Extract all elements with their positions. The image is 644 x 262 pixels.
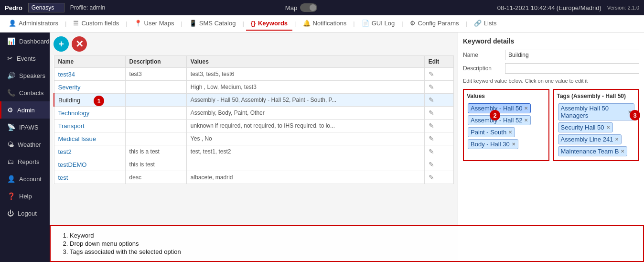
sidebar-item-events[interactable]: ✂ Events xyxy=(0,50,50,67)
tags-chip-maintenance-team-b[interactable]: Maintenance Team B ✕ xyxy=(558,146,628,156)
sidebar-item-account[interactable]: 👤 Account xyxy=(0,170,50,187)
user-maps-icon: 📍 xyxy=(134,20,142,27)
topbar-profile: Profile: admin xyxy=(70,4,105,11)
table-row[interactable]: Medical Issue Yes , No ✎ xyxy=(54,132,454,145)
topbar: Pedro Genasys Profile: admin Map 08-11-2… xyxy=(0,0,644,15)
edit-icon[interactable]: ✎ xyxy=(429,174,434,181)
ipaws-icon: 📡 xyxy=(7,123,15,131)
row-name: Technology xyxy=(58,109,90,117)
tab-keywords[interactable]: {} Keywords xyxy=(246,17,292,31)
edit-icon[interactable]: ✎ xyxy=(429,122,434,130)
tab-sms-catalog[interactable]: 📱 SMS Catalog xyxy=(184,17,241,31)
map-toggle-container: Map xyxy=(285,3,317,12)
tab-config-params[interactable]: ⚙ Config Params xyxy=(405,17,464,31)
edit-icon[interactable]: ✎ xyxy=(429,70,434,78)
values-chip-body-hall-30[interactable]: Body - Hall 30 ✕ xyxy=(468,139,518,149)
table-row[interactable]: test2 this is a test test, test1, test2 … xyxy=(54,145,454,158)
row-values: test, test1, test2 xyxy=(186,145,424,158)
sidebar-item-account-label: Account xyxy=(19,175,42,183)
tab-lists[interactable]: 🔗 Lists xyxy=(469,17,502,31)
edit-icon[interactable]: ✎ xyxy=(429,148,434,155)
chip-x-sh50[interactable]: ✕ xyxy=(606,125,610,130)
edit-hint: Edit keyword value below. Click on one v… xyxy=(463,76,639,85)
config-params-icon: ⚙ xyxy=(410,20,416,27)
chip-x-al241[interactable]: ✕ xyxy=(615,137,619,142)
tags-chip-assembly-hall-50-managers[interactable]: Assembly Hall 50 Managers ✕ xyxy=(558,103,635,120)
sidebar-item-weather[interactable]: 🌤 Weather xyxy=(0,136,50,153)
chip-x-assembly-hall-50[interactable]: ✕ xyxy=(524,106,528,111)
sidebar-item-weather-label: Weather xyxy=(18,141,41,148)
tab-config-params-label: Config Params xyxy=(418,20,459,27)
tab-user-maps-label: User Maps xyxy=(144,20,174,27)
dashboard-icon: 📊 xyxy=(7,37,15,45)
sidebar-item-contacts[interactable]: 📞 Contacts xyxy=(0,84,50,101)
sidebar-item-speakers[interactable]: 🔊 Speakers xyxy=(0,67,50,84)
table-row[interactable]: Severity High , Low, Medium, test3 ✎ xyxy=(54,81,454,94)
reports-icon: 🗂 xyxy=(7,158,14,165)
cancel-button[interactable]: ✕ xyxy=(72,36,87,52)
table-row[interactable]: testDEMO this is test ✎ xyxy=(54,158,454,171)
tab-administrators[interactable]: 👤 Administrators xyxy=(4,17,63,31)
chip-x-body-hall-30[interactable]: ✕ xyxy=(512,142,515,147)
custom-fields-icon: ☰ xyxy=(73,20,79,27)
instruction-item-2: Drop down menu options xyxy=(70,240,633,247)
app-select-input[interactable]: Genasys xyxy=(28,3,64,12)
tags-chip-security-hall-50[interactable]: Security Hall 50 ✕ xyxy=(558,122,613,132)
col-name: Name xyxy=(54,56,125,68)
tab-custom-fields-label: Custom fields xyxy=(81,20,119,27)
values-chip-assembly-hall-50[interactable]: Assembly - Hall 50 ✕ xyxy=(468,103,531,113)
edit-icon[interactable]: ✎ xyxy=(429,109,434,117)
col-edit: Edit xyxy=(424,56,453,68)
tab-custom-fields[interactable]: ☰ Custom fields xyxy=(68,17,124,31)
description-label: Description xyxy=(463,65,501,72)
sidebar-item-dashboard-label: Dashboard xyxy=(19,38,50,45)
sidebar-item-dashboard[interactable]: 📊 Dashboard xyxy=(0,33,50,50)
table-row[interactable]: Transport unknown if required, not requi… xyxy=(54,120,454,132)
row-desc: desc xyxy=(125,171,186,184)
tab-notifications[interactable]: 🔔 Notifications xyxy=(298,17,352,31)
table-row[interactable]: test34 test3 test3, test5, test6 ✎ xyxy=(54,68,454,81)
tags-chip-assembly-line-241[interactable]: Assembly Line 241 ✕ xyxy=(558,134,622,144)
add-button[interactable]: + xyxy=(54,36,69,52)
row-desc: test3 xyxy=(125,68,186,81)
row-desc xyxy=(125,132,186,145)
chip-x-ah50m[interactable]: ✕ xyxy=(628,109,632,115)
row-name: test2 xyxy=(58,148,72,155)
sidebar: 📊 Dashboard ✂ Events 🔊 Speakers 📞 Contac… xyxy=(0,33,50,262)
row-values xyxy=(186,158,424,171)
keywords-table: Name Description Values Edit test34 test… xyxy=(54,55,454,184)
edit-icon[interactable]: ✎ xyxy=(429,83,434,91)
sidebar-item-ipaws[interactable]: 📡 IPAWS xyxy=(0,119,50,136)
topbar-version: Version: 2.1.0 xyxy=(607,5,639,11)
sidebar-item-help[interactable]: ❓ Help xyxy=(0,187,50,205)
tab-gui-log[interactable]: 📄 GUI Log xyxy=(357,17,399,31)
edit-icon[interactable]: ✎ xyxy=(429,135,434,142)
values-chip-paint-south[interactable]: Paint - South ✕ xyxy=(468,127,515,137)
map-toggle[interactable] xyxy=(300,3,317,12)
sidebar-item-reports[interactable]: 🗂 Reports xyxy=(0,153,50,170)
description-input[interactable] xyxy=(505,63,639,74)
nav-divider-7: | xyxy=(401,20,403,27)
chip-x-paint-south[interactable]: ✕ xyxy=(508,130,512,135)
row-desc xyxy=(125,81,186,94)
table-row[interactable]: test desc albacete, madrid ✎ xyxy=(54,171,454,184)
chip-x-assembly-hall-52[interactable]: ✕ xyxy=(524,118,528,123)
row-desc xyxy=(125,107,186,120)
name-input[interactable] xyxy=(505,50,639,60)
sidebar-item-speakers-label: Speakers xyxy=(19,72,45,79)
sidebar-item-admin[interactable]: ⚙ Admin xyxy=(0,101,50,119)
edit-icon[interactable]: ✎ xyxy=(429,96,434,104)
row-desc: this is a test xyxy=(125,145,186,158)
edit-icon[interactable]: ✎ xyxy=(429,161,434,168)
tab-notifications-label: Notifications xyxy=(313,20,347,27)
table-row-building[interactable]: Building Assembly - Hall 50, Assembly - … xyxy=(54,94,454,107)
sidebar-item-contacts-label: Contacts xyxy=(19,89,43,97)
chip-x-mtb[interactable]: ✕ xyxy=(621,149,624,154)
tab-user-maps[interactable]: 📍 User Maps xyxy=(129,17,179,31)
sidebar-item-logout-label: Logout xyxy=(18,210,37,217)
app-selector[interactable]: Genasys xyxy=(28,3,64,12)
table-row[interactable]: Technology Assembly, Body, Paint, Other … xyxy=(54,107,454,120)
nav-divider-1: | xyxy=(65,20,66,27)
values-chip-assembly-hall-52[interactable]: Assembly - Hall 52 ✕ xyxy=(468,115,531,125)
sidebar-item-logout[interactable]: ⏻ Logout xyxy=(0,205,50,222)
